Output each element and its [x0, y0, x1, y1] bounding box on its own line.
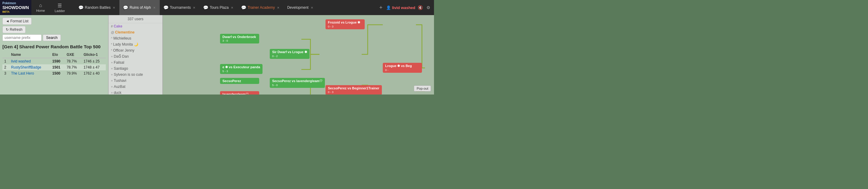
tab-tours-label: Tours Plaza [210, 5, 229, 10]
tab-dev-label: Development [287, 5, 309, 10]
tab-tours-close[interactable]: ✕ [230, 5, 234, 10]
tab-random-label: Random Battles [85, 5, 111, 10]
search-input[interactable] [2, 34, 41, 41]
table-row: 3 The Last Hero 1500 79.9% 1762 ± 40 [2, 70, 106, 76]
right-controls: + 👤 livid washed 🔇 ⚙ [375, 0, 434, 15]
user-item-santiago[interactable]: +Santiago [108, 65, 162, 72]
col-rank [2, 52, 9, 58]
user-item-cake[interactable]: #Cake [108, 23, 162, 29]
glicko-cell: 1762 ± 40 [82, 70, 106, 76]
left-panel: ◄ Format List ↻ Refresh Search [Gen 4] S… [0, 15, 108, 94]
tab-ruins-of-alph[interactable]: 💬 Ruins of Alph ✕ [119, 0, 160, 15]
ladder-icon: ☰ [58, 3, 62, 8]
tab-tournaments-label: Tournaments [170, 5, 191, 10]
user-prefix: + [111, 91, 113, 94]
gxe-cell: 78.7% [65, 58, 82, 64]
tab-trainer-academy[interactable]: 💬 Trainer Academy ✕ [238, 0, 284, 15]
user-item-failsal[interactable]: +Failsal [108, 59, 162, 65]
user-prefix: + [111, 79, 113, 82]
tab-random-close[interactable]: ✕ [112, 5, 116, 10]
user-prefix: # [111, 24, 113, 28]
logo-beta: BETA [2, 10, 29, 14]
search-button[interactable]: Search [43, 34, 61, 41]
user-item-dag-dan[interactable]: +DaG̃ Dan [108, 53, 162, 59]
tab-tournaments-close[interactable]: ✕ [192, 5, 196, 10]
table-row: 2 RustySheriffBadge 1501 78.7% 1748 ± 47 [2, 64, 106, 70]
refresh-button[interactable]: ↻ Refresh [2, 26, 26, 33]
user-item-officer-jenny[interactable]: *Officer Jenny [108, 47, 162, 53]
user-name: Clementine [115, 30, 135, 34]
tab-trainer-close[interactable]: ✕ [276, 5, 280, 10]
tab-ruins-label: Ruins of Alph [130, 5, 151, 10]
rank-cell: 1 [2, 58, 9, 64]
ladder-table: Name Elo GXE Glicko-1 1 livid washed 159… [2, 52, 106, 76]
user-badge[interactable]: 👤 livid washed [386, 5, 415, 10]
main-layout: ◄ Format List ↻ Refresh Search [Gen 4] S… [0, 15, 434, 94]
glicko-cell: 1748 ± 47 [82, 64, 106, 70]
user-prefix: + [111, 85, 113, 88]
tab-random-battles[interactable]: 💬 Random Battles ✕ [75, 0, 119, 15]
col-name: Name [9, 52, 51, 58]
user-prefix: @ [111, 30, 114, 34]
ruins-chat-icon: 💬 [123, 5, 128, 10]
tab-tournaments[interactable]: 💬 Tournaments ✕ [160, 0, 199, 15]
search-row: Search [2, 34, 106, 41]
rank-cell: 2 [2, 64, 9, 70]
name-cell[interactable]: livid washed [9, 58, 51, 64]
name-cell[interactable]: The Last Hero [9, 70, 51, 76]
home-label: Home [36, 9, 45, 12]
name-cell[interactable]: RustySheriffBadge [9, 64, 51, 70]
user-item-tushavi[interactable]: +Tushavi [108, 78, 162, 84]
mute-button[interactable]: 🔇 [416, 4, 424, 11]
top-nav: Pokémon SHOWDOWN BETA ⌂ Home ☰ Ladder 💬 … [0, 0, 434, 15]
tab-trainer-label: Trainer Academy [248, 5, 275, 10]
settings-button[interactable]: ⚙ [425, 4, 432, 11]
format-list-button[interactable]: ◄ Format List [2, 18, 32, 25]
user-item-auzbat[interactable]: +AuzBat [108, 84, 162, 90]
user-name: Failsal [114, 60, 124, 64]
user-name: Sylveon is so cute [114, 73, 143, 77]
user-item-duck[interactable]: +duck [108, 90, 162, 94]
ladder-label: Ladder [55, 9, 65, 13]
user-item-michielleus[interactable]: ^Michielleus [108, 35, 162, 42]
user-item-sylveon[interactable]: +Sylveon is so cute [108, 72, 162, 78]
logo: Pokémon SHOWDOWN BETA [0, 0, 31, 15]
tab-tours-plaza[interactable]: 💬 Tours Plaza ✕ [199, 0, 238, 15]
leaderboard-title: [Gen 4] Shared Power Random Battle Top 5… [2, 44, 106, 49]
add-tab-button[interactable]: + [377, 3, 385, 12]
user-name: Santiago [114, 66, 128, 71]
logo-pokemon: Pokémon [2, 1, 29, 5]
gxe-cell: 79.9% [65, 70, 82, 76]
pop-out-button[interactable]: Pop-out [414, 85, 431, 91]
user-item-clementine[interactable]: @Clementine [108, 29, 162, 35]
tab-ruins-close[interactable]: ✕ [153, 5, 156, 10]
username: livid washed [392, 5, 415, 10]
chat-icon: 💬 [79, 5, 84, 10]
user-name: AuzBat [114, 84, 125, 89]
col-elo: Elo [51, 52, 65, 58]
table-row: 1 livid washed 1590 78.7% 1746 ± 25 [2, 58, 106, 64]
user-name: Lady Monita 🌙 [113, 42, 138, 47]
match-lrogue-beg: Lrogue ✱ vs Beg0 - [383, 63, 422, 73]
elo-cell: 1590 [51, 58, 65, 64]
match-frozoid: Frozoid vs Lrogue ✱0 - 3 [326, 19, 365, 29]
col-gxe: GXE [65, 52, 82, 58]
user-prefix: + [111, 67, 113, 70]
user-prefix: + [111, 61, 113, 64]
bracket-panel: Frozoid vs Lrogue ✱0 - 3 Dwarf vs Onderb… [163, 15, 434, 94]
bracket-container: Frozoid vs Lrogue ✱0 - 3 Dwarf vs Onderb… [163, 15, 434, 94]
rank-cell: 3 [2, 70, 9, 76]
elo-cell: 1501 [51, 64, 65, 70]
tab-development[interactable]: Development ✕ [284, 0, 317, 15]
elo-cell: 1500 [51, 70, 65, 76]
home-button[interactable]: ⌂ Home [31, 0, 50, 15]
user-item-lady-monita[interactable]: *Lady Monita 🌙 [108, 42, 162, 47]
user-name: Michielleus [113, 36, 131, 40]
match-secsoperez-lav: SecsoPerez vs lavendergleam♡5 - 0 [270, 78, 325, 88]
user-prefix: ^ [111, 36, 113, 40]
tab-bar: 💬 Random Battles ✕ 💬 Ruins of Alph ✕ 💬 T… [75, 0, 375, 15]
tab-dev-close[interactable]: ✕ [310, 5, 314, 10]
user-list-panel: 337 users #Cake@Clementine^Michielleus*L… [108, 15, 163, 94]
user-name: Cake [114, 24, 122, 28]
ladder-button[interactable]: ☰ Ladder [50, 0, 70, 15]
